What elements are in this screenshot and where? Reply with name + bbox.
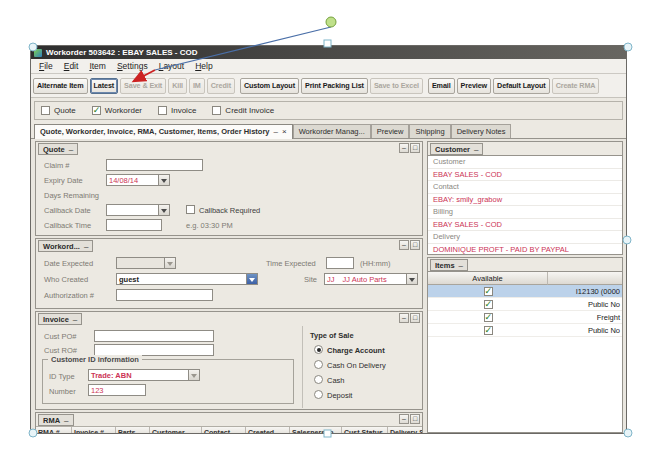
item-part-cell[interactable]: Public No <box>548 326 622 335</box>
deposit-radio[interactable] <box>314 390 323 399</box>
callback-required-checkbox[interactable] <box>186 205 195 214</box>
callback-time-input[interactable] <box>106 219 162 231</box>
claim-input[interactable] <box>106 159 203 171</box>
cust-po-input[interactable] <box>94 330 214 342</box>
custom-layout-button[interactable]: Custom Layout <box>240 78 299 94</box>
rma-col-rma[interactable]: RMA # <box>36 427 72 433</box>
maximize-button[interactable]: □ <box>410 313 420 323</box>
item-row[interactable]: Freight <box>428 311 622 324</box>
menu-edit[interactable]: Edit <box>59 60 84 72</box>
number-input[interactable]: 123 <box>88 384 146 396</box>
item-part-cell[interactable]: Public No <box>548 300 622 309</box>
available-column-header[interactable]: Available <box>428 272 548 285</box>
checkbox-icon[interactable] <box>158 106 167 115</box>
menu-help[interactable]: Help <box>190 60 217 72</box>
item-row[interactable]: Public No <box>428 324 622 337</box>
expiry-date-combobox[interactable]: 14/08/14 <box>106 174 170 186</box>
latest-button[interactable]: Latest <box>90 78 119 94</box>
checkbox-icon[interactable] <box>212 106 221 115</box>
maximize-button[interactable]: □ <box>410 143 420 153</box>
rma-col-delivery-status[interactable]: Delivery St <box>388 427 423 433</box>
chevron-down-icon[interactable] <box>406 274 417 284</box>
collapse-icon[interactable]: – <box>474 145 478 154</box>
item-part-cell[interactable]: I12130 (0000 <box>548 287 622 296</box>
minimize-button[interactable]: – <box>399 313 409 323</box>
checkbox-checked-icon[interactable] <box>484 313 493 322</box>
chevron-down-icon[interactable] <box>158 175 169 185</box>
customer-panel-title[interactable]: Customer– <box>430 143 483 155</box>
collapse-icon[interactable]: – <box>69 145 73 154</box>
collapse-icon[interactable]: – <box>84 242 88 251</box>
id-type-value: Trade: ABN <box>91 371 132 380</box>
contact-value[interactable]: EBAY: smily_grabow <box>428 194 622 207</box>
tab-quote-workorder-active[interactable]: Quote, Workorder, Invoice, RMA, Customer… <box>34 124 293 139</box>
time-expected-input[interactable] <box>326 257 354 269</box>
minimize-button[interactable]: – <box>399 240 409 250</box>
menu-layout[interactable]: Layout <box>154 60 190 72</box>
site-combobox[interactable]: JJJJ Auto Parts <box>324 273 418 285</box>
billing-value[interactable]: EBAY SALES - COD <box>428 219 622 232</box>
menu-item[interactable]: Item <box>84 60 111 72</box>
item-part-cell[interactable]: Freight <box>548 313 622 322</box>
checkbox-checked-icon[interactable] <box>92 106 101 115</box>
available-cell <box>428 300 548 309</box>
tab-delivery-notes[interactable]: Delivery Notes <box>451 124 512 138</box>
tab-close-icon[interactable]: × <box>282 129 287 135</box>
print-packing-list-button[interactable]: Print Packing List <box>301 78 368 94</box>
delivery-value[interactable]: DOMINIQUE PROFT - PAID BY PAYPAL <box>428 244 622 255</box>
minimize-button[interactable]: – <box>399 143 409 153</box>
rma-panel-title[interactable]: RMA– <box>38 414 74 426</box>
rma-col-cust-status[interactable]: Cust Status <box>342 427 388 433</box>
checkbox-checked-icon[interactable] <box>484 300 493 309</box>
checkbox-icon[interactable] <box>41 106 50 115</box>
cash-radio[interactable] <box>314 375 323 384</box>
customer-value[interactable]: EBAY SALES - COD <box>428 169 622 182</box>
chevron-down-icon[interactable] <box>158 205 169 215</box>
maximize-button[interactable]: □ <box>410 240 420 250</box>
chevron-down-icon[interactable] <box>246 274 257 284</box>
menu-settings[interactable]: Settings <box>112 60 153 72</box>
invoice-checkbox[interactable]: Invoice <box>158 106 196 115</box>
invoice-panel-title[interactable]: Invoice– <box>38 313 82 325</box>
rma-col-parts[interactable]: Parts <box>116 427 150 433</box>
id-type-combobox[interactable]: Trade: ABN <box>88 369 200 381</box>
items-panel-title[interactable]: Items– <box>430 259 468 271</box>
menu-file[interactable]: File <box>34 60 58 72</box>
item-row[interactable]: I12130 (0000 <box>428 285 622 298</box>
quote-checkbox[interactable]: Quote <box>41 106 76 115</box>
annotation-rotate-handle[interactable] <box>326 17 336 27</box>
checkbox-checked-icon[interactable] <box>484 326 493 335</box>
cash-on-delivery-radio[interactable] <box>314 360 323 369</box>
collapse-icon[interactable]: – <box>73 315 77 324</box>
quote-panel-header: Quote– – □ <box>36 142 422 155</box>
checkbox-checked-icon[interactable] <box>484 287 493 296</box>
authorization-input[interactable] <box>116 289 213 301</box>
workorder-panel-title[interactable]: Workord...– <box>38 240 93 252</box>
credit-invoice-checkbox[interactable]: Credit Invoice <box>212 106 274 115</box>
charge-account-radio[interactable] <box>314 345 323 354</box>
tab-preview[interactable]: Preview <box>371 124 410 138</box>
part-column-header[interactable] <box>548 272 622 285</box>
callback-date-combobox[interactable] <box>106 204 170 216</box>
title-bar[interactable]: Workorder 503642 : EBAY SALES - COD <box>31 46 626 59</box>
item-row[interactable]: Public No <box>428 298 622 311</box>
collapse-icon[interactable]: – <box>64 416 68 425</box>
rma-col-created[interactable]: Created <box>246 427 290 433</box>
quote-panel-title[interactable]: Quote– <box>38 143 78 155</box>
minimize-button[interactable]: – <box>399 414 409 424</box>
email-button[interactable]: Email <box>428 78 455 94</box>
rma-col-customer[interactable]: Customer <box>150 427 202 433</box>
rma-col-invoice[interactable]: Invoice # <box>72 427 116 433</box>
workorder-checkbox[interactable]: Workorder <box>92 106 142 115</box>
alternate-item-button[interactable]: Alternate Item <box>33 78 88 94</box>
who-created-combobox[interactable]: guest <box>116 273 258 285</box>
collapse-icon[interactable]: – <box>459 261 463 270</box>
default-layout-button[interactable]: Default Layout <box>493 78 550 94</box>
tab-workorder-manager[interactable]: Workorder Manag... <box>293 124 371 138</box>
preview-button[interactable]: Preview <box>457 78 491 94</box>
tab-minimize-icon[interactable]: – <box>274 129 278 135</box>
rma-col-salesperson[interactable]: Salesperson <box>290 427 342 433</box>
tab-shipping[interactable]: Shipping <box>409 124 450 138</box>
maximize-button[interactable]: □ <box>410 414 420 424</box>
rma-col-contact[interactable]: Contact <box>202 427 246 433</box>
